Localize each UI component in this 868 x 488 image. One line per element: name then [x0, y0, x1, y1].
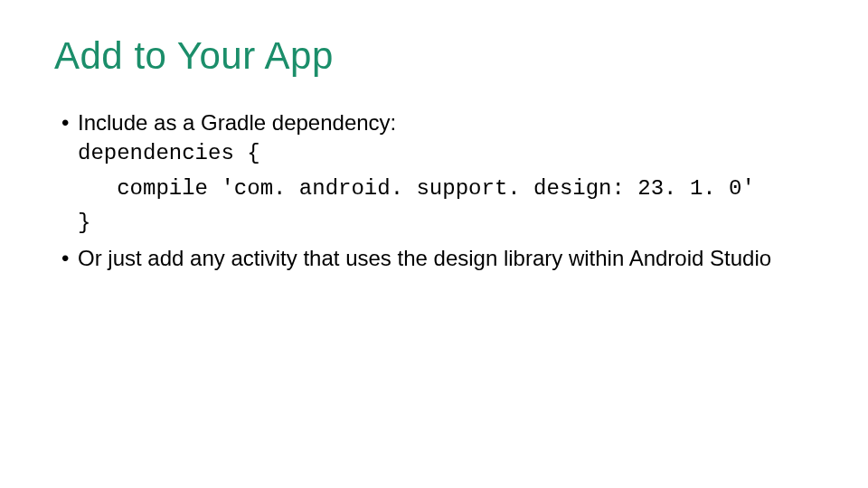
code-line-open: dependencies { — [78, 139, 814, 168]
code-line-close: } — [78, 209, 814, 238]
bullet-gradle-dependency: Include as a Gradle dependency: — [78, 108, 814, 137]
code-line-compile: compile 'com. android. support. design: … — [78, 174, 814, 203]
bullet-android-studio: Or just add any activity that uses the d… — [78, 244, 814, 273]
slide-title: Add to Your App — [54, 34, 814, 78]
slide-body: Include as a Gradle dependency: dependen… — [54, 108, 814, 273]
slide: Add to Your App Include as a Gradle depe… — [0, 0, 868, 488]
